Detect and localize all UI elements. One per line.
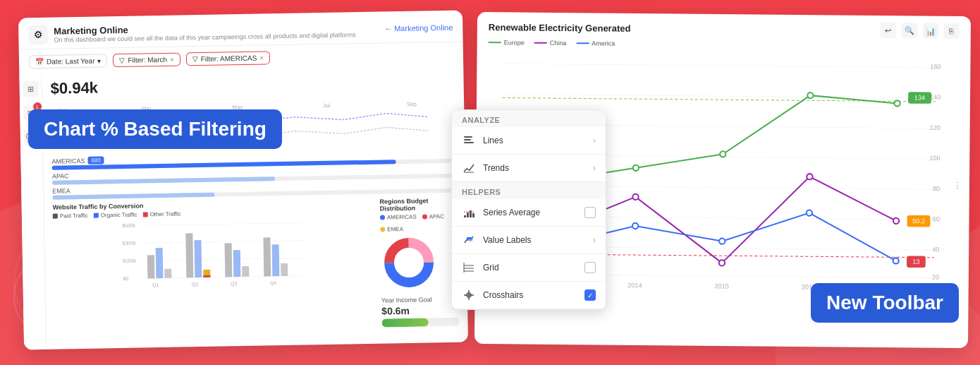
svg-point-72 xyxy=(893,218,899,224)
lines-label: Lines xyxy=(483,136,586,145)
svg-text:50.2: 50.2 xyxy=(912,217,925,225)
value-labels-label: Value Labels xyxy=(483,235,586,245)
region-list: AMERICAS 680 APAC EMEA xyxy=(51,150,457,200)
charts-row: Website Traffic by Conversion Paid Traff… xyxy=(53,197,460,333)
svg-rect-29 xyxy=(272,244,280,276)
svg-point-69 xyxy=(632,194,638,200)
svg-line-16 xyxy=(142,258,306,261)
budget-legend-emea: EMEA xyxy=(380,226,403,233)
date-filter-label: Date: Last Year xyxy=(47,57,95,66)
crosshairs-checkbox[interactable]: ✓ xyxy=(584,289,596,301)
date-filter-chip[interactable]: 📅 Date: Last Year ▾ xyxy=(29,54,108,68)
trends-label: Trends xyxy=(483,163,586,173)
svg-rect-86 xyxy=(464,136,472,138)
svg-rect-89 xyxy=(467,213,469,217)
svg-point-65 xyxy=(720,151,725,157)
bar-chart-icon[interactable]: 📊 xyxy=(923,23,938,38)
filter-march-label: Filter: March xyxy=(128,56,167,64)
goal-value: $0.6m xyxy=(381,305,410,317)
bar-chart-svg: $500k $300k $100k $0 xyxy=(53,216,376,292)
value-labels-icon: val xyxy=(462,233,476,247)
svg-text:20: 20 xyxy=(932,274,939,281)
grid-icon xyxy=(462,261,476,275)
budget-emea-label: EMEA xyxy=(387,226,403,232)
date-filter-arrow: ▾ xyxy=(97,56,101,64)
budget-apac-dot xyxy=(422,214,427,219)
budget-americas-label: AMERICAS xyxy=(387,214,417,221)
goal-value-row: $0.6m xyxy=(381,304,459,317)
series-avg-checkbox[interactable] xyxy=(584,207,596,218)
svg-text:60: 60 xyxy=(933,215,940,222)
legend-america-line xyxy=(576,42,589,44)
filter-chip-march[interactable]: ▽ Filter: March × xyxy=(113,53,180,68)
undo-icon[interactable]: ↩ xyxy=(881,23,896,38)
date-filter-icon: 📅 xyxy=(35,58,44,66)
svg-text:Q4: Q4 xyxy=(270,280,277,286)
region-americas-name: AMERICAS xyxy=(51,157,85,164)
svg-rect-26 xyxy=(233,250,241,277)
goal-bar xyxy=(381,318,428,327)
legend-china-line xyxy=(534,42,547,44)
chart-toolbar: ↩ 🔍 📊 ⎘ xyxy=(881,23,960,39)
grid-checkbox[interactable] xyxy=(584,262,596,273)
analyze-item-series-avg[interactable]: Series Average xyxy=(452,199,606,227)
svg-rect-25 xyxy=(225,243,233,277)
svg-rect-30 xyxy=(281,263,288,276)
svg-rect-27 xyxy=(242,266,249,277)
svg-text:2015: 2015 xyxy=(714,282,729,289)
svg-text:120: 120 xyxy=(930,124,941,131)
legend-paid: Paid Traffic xyxy=(53,213,88,220)
svg-point-74 xyxy=(632,223,638,229)
checkmark-icon: ✓ xyxy=(587,292,593,299)
svg-rect-84 xyxy=(464,142,474,143)
filter-americas-label: Filter: AMERICAS xyxy=(201,54,257,63)
analyze-item-crosshairs[interactable]: Crosshairs ✓ xyxy=(452,282,606,309)
svg-point-75 xyxy=(719,238,725,244)
analyze-item-trends[interactable]: Trends › xyxy=(452,155,606,182)
svg-rect-22 xyxy=(194,240,202,277)
svg-text:val: val xyxy=(467,238,471,241)
svg-point-64 xyxy=(633,165,639,171)
analyze-section-header: Analyze xyxy=(452,110,606,127)
copy-icon[interactable]: ⎘ xyxy=(944,23,960,39)
svg-point-77 xyxy=(893,258,899,263)
filter-icon: ▽ xyxy=(119,56,125,64)
svg-text:140: 140 xyxy=(930,94,941,101)
svg-point-70 xyxy=(719,260,725,265)
svg-text:Sep: Sep xyxy=(407,101,417,107)
filter-chip-americas[interactable]: ▽ Filter: AMERICAS × xyxy=(186,51,271,66)
helpers-section-header: Helpers xyxy=(452,182,606,199)
budget-legend: AMERICAS APAC EMEA xyxy=(380,213,458,233)
svg-text:160: 160 xyxy=(930,64,941,71)
budget-legend-apac: APAC xyxy=(422,213,444,220)
new-toolbar-text: New Toolbar xyxy=(811,283,959,323)
legend-america: America xyxy=(576,40,615,47)
budget-legend-americas: AMERICAS xyxy=(380,214,417,221)
goal-bar-container xyxy=(381,318,459,328)
bar-chart-section: Website Traffic by Conversion Paid Traff… xyxy=(53,198,376,333)
budget-donut-svg xyxy=(380,234,437,291)
grid-label: Grid xyxy=(483,263,577,273)
svg-rect-21 xyxy=(185,233,193,277)
legend-paid-dot xyxy=(53,214,58,219)
analyze-item-grid[interactable]: Grid xyxy=(452,254,606,282)
legend-europe-label: Europe xyxy=(504,39,525,46)
trends-icon xyxy=(462,161,476,175)
svg-rect-85 xyxy=(464,139,471,140)
analyze-item-lines[interactable]: Lines › xyxy=(452,127,606,155)
sidebar-icon-home[interactable]: ⊞ xyxy=(23,81,38,97)
filter-americas-close[interactable]: × xyxy=(259,54,264,61)
lines-icon xyxy=(462,133,476,148)
analyze-item-value-labels[interactable]: val Value Labels › xyxy=(452,227,606,254)
svg-rect-18 xyxy=(147,255,155,278)
back-nav[interactable]: ← Marketing Online xyxy=(384,23,453,33)
goal-section: Year Income Goal $0.6m xyxy=(381,296,460,328)
zoom-icon[interactable]: 🔍 xyxy=(902,23,917,38)
svg-line-48 xyxy=(503,64,936,67)
metric-value: $0.94k xyxy=(50,79,98,98)
lines-arrow: › xyxy=(593,136,596,145)
filter-march-close[interactable]: × xyxy=(170,56,174,64)
svg-rect-28 xyxy=(263,237,271,276)
legend-china-label: China xyxy=(550,40,567,47)
region-apac-name: APAC xyxy=(52,172,69,179)
